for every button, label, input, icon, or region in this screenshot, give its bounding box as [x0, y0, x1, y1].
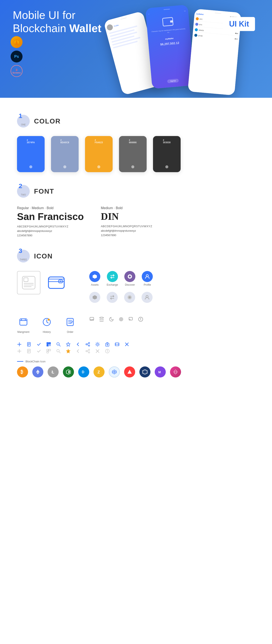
icon-tools-row1: [17, 342, 255, 347]
svg-line-82: [87, 351, 88, 352]
wallet-icon-filled: [44, 271, 68, 294]
svg-point-18: [146, 296, 148, 298]
crypto-icons-row: ₿ Ł D Z: [17, 366, 255, 378]
svg-marker-15: [93, 295, 97, 300]
color-swatch-2: #8DA0C8: [51, 136, 78, 172]
icon-title: ICON: [34, 252, 53, 260]
svg-point-78: [88, 349, 90, 350]
svg-marker-77: [66, 349, 70, 353]
close-icon-gray: [95, 349, 100, 354]
svg-point-75: [57, 350, 59, 352]
crypto-matic: M: [155, 366, 166, 378]
sketch-badge: [10, 36, 22, 48]
hero-title: Mobile UI for Blockchain Wallet: [13, 8, 119, 35]
svg-line-57: [87, 343, 88, 344]
icon-profile-gray: [142, 292, 152, 303]
info-icon: [138, 317, 143, 322]
hero-tool-badges: Ps 3 Screens: [10, 36, 22, 77]
hero-badge: UI Kit: [223, 17, 255, 31]
color-swatch-1: #3574FA: [17, 136, 44, 172]
svg-marker-89: [36, 370, 40, 373]
search-icon-gray: [56, 349, 61, 354]
svg-marker-107: [144, 370, 146, 374]
svg-marker-106: [142, 370, 147, 374]
crypto-other: [170, 366, 181, 378]
sf-lowercase: abcdefghijklmnopqrstuvwxyz: [17, 229, 84, 232]
svg-marker-53: [66, 342, 70, 346]
colored-icons-row1: Assets Exchange Discover: [89, 271, 153, 286]
svg-rect-3: [24, 278, 28, 282]
sf-style: Regular · Medium · Bold: [17, 206, 84, 210]
blockchain-label: BlockChain Icon: [17, 360, 255, 363]
din-uppercase: ABCDEFGHIJKLMNOPQRSTUVWXYZ: [101, 225, 152, 228]
svg-rect-45: [47, 343, 48, 344]
crypto-zec: Z: [94, 366, 104, 378]
crypto-ltc: Ł: [48, 366, 59, 378]
svg-point-80: [88, 352, 90, 353]
color-swatch-3: #F5A623: [85, 136, 112, 172]
colored-icons-area: Assets Exchange Discover: [85, 271, 153, 309]
svg-rect-74: [47, 351, 48, 353]
crypto-ardr: [140, 366, 150, 378]
check-icon: [36, 342, 41, 347]
info-icon-gray: [105, 349, 110, 354]
blockchain-line: [17, 361, 24, 362]
svg-text:Ł: Ł: [52, 370, 54, 374]
close-icon: [124, 342, 129, 347]
svg-rect-73: [49, 349, 50, 351]
icon-discover-gray: [124, 292, 135, 303]
svg-marker-11: [93, 274, 97, 279]
svg-point-10: [60, 281, 61, 282]
font-title: FONT: [34, 188, 54, 195]
svg-rect-2: [22, 276, 35, 289]
svg-marker-105: [128, 370, 132, 374]
icon-assets: Assets: [89, 271, 100, 286]
share-icon: [86, 342, 90, 347]
doc-list-icon: [27, 342, 32, 347]
star-icon: [66, 342, 70, 347]
icon-section-header: 3 THREE ICON: [17, 250, 255, 262]
sf-name: San Francisco: [17, 211, 84, 222]
history-label: History: [43, 330, 50, 334]
gear-icon: [95, 342, 100, 347]
color-title: COLOR: [34, 117, 61, 125]
screens-badge: 3 Screens: [10, 65, 22, 77]
search-icon: [56, 342, 61, 347]
crypto-btc: ₿: [17, 366, 28, 378]
box-arrow-icon: [105, 342, 110, 347]
font-sf: Regular · Medium · Bold San Francisco AB…: [17, 206, 84, 237]
svg-point-55: [86, 344, 87, 345]
left-arrow-icon: [76, 342, 80, 347]
order-label: Order: [67, 330, 74, 334]
svg-point-79: [86, 350, 87, 352]
plus-icon: [17, 342, 22, 347]
crypto-ark: [124, 366, 135, 378]
crypto-neo: [63, 366, 74, 378]
qr-icon: [46, 342, 51, 347]
left-arrow-gray: [76, 349, 80, 354]
check-icon-gray: [36, 349, 41, 354]
svg-point-30: [100, 317, 104, 318]
layers-icon: [99, 317, 104, 322]
hero-section: Mobile UI for Blockchain Wallet UI Kit P…: [0, 0, 272, 98]
svg-rect-46: [49, 343, 50, 344]
color-swatch-4: #666666: [119, 136, 146, 172]
color-swatch-5: #303030: [153, 136, 180, 172]
svg-rect-47: [47, 345, 48, 346]
sf-uppercase: ABCDEFGHIJKLMNOPQRSTUVWXYZ: [17, 225, 84, 228]
svg-text:M: M: [158, 370, 161, 374]
svg-point-31: [119, 317, 123, 321]
wireframe-1: [17, 271, 40, 294]
section-1-badge: 1 ONE: [17, 115, 30, 128]
svg-text:D: D: [82, 370, 84, 374]
din-lowercase: abcdefghijklmnopqrstuvwxyz: [101, 229, 152, 232]
svg-point-14: [146, 274, 148, 277]
icon-exchange: Exchange: [107, 271, 118, 286]
hero-phones: Profile + •••: [106, 2, 272, 98]
misc-row-1: [89, 317, 143, 322]
sf-numbers: 1234567890: [17, 234, 84, 237]
svg-line-58: [87, 344, 88, 346]
doc-list-icon-gray: [27, 349, 32, 354]
icon-order: Order: [64, 316, 76, 334]
svg-line-52: [59, 345, 60, 346]
